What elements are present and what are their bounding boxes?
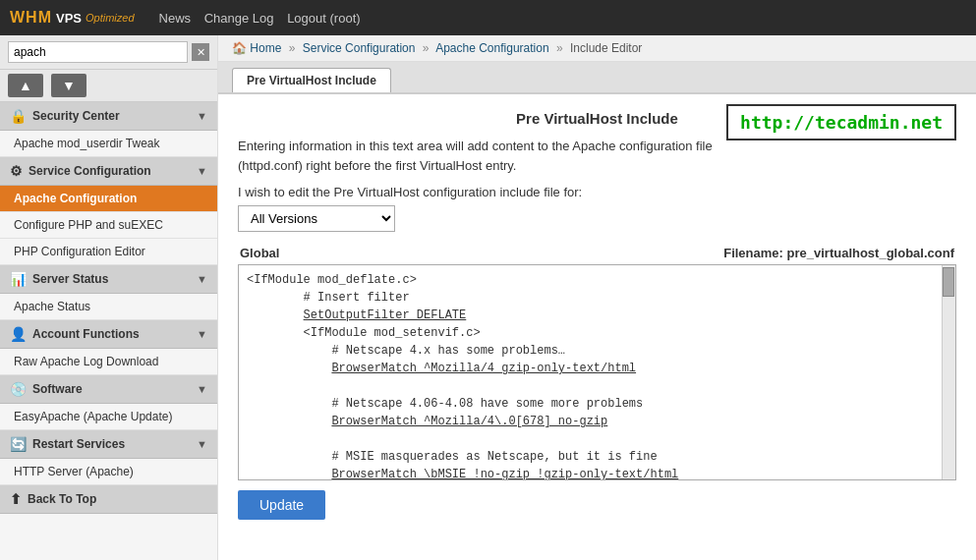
chevron-down-icon: ▼ [197, 110, 207, 122]
sidebar-item-apache-configuration[interactable]: Apache Configuration [0, 186, 217, 212]
search-input[interactable] [8, 41, 188, 63]
nav-changelog[interactable]: Change Log [200, 11, 279, 26]
sidebar-section-restart-services[interactable]: 🔄 Restart Services ▼ [0, 430, 217, 459]
breadcrumb-home-icon: 🏠 [232, 41, 247, 55]
search-clear-button[interactable]: ✕ [192, 43, 209, 61]
watermark-box: http://tecadmin.net [726, 104, 956, 140]
software-label: Software [32, 382, 83, 396]
server-status-label: Server Status [32, 272, 108, 286]
restart-icon: 🔄 [10, 436, 27, 452]
config-global-label: Global [240, 246, 279, 260]
restart-services-label: Restart Services [32, 437, 125, 451]
sidebar-section-server-status[interactable]: 📊 Server Status ▼ [0, 265, 217, 294]
service-configuration-label: Service Configuration [29, 164, 151, 178]
nav-arrows: ▲ ▼ [0, 70, 217, 102]
sidebar-section-software[interactable]: 💿 Software ▼ [0, 375, 217, 404]
software-icon: 💿 [10, 381, 27, 397]
topbar-nav: News Change Log Logout (root) [154, 11, 366, 26]
logo-vps: VPS [56, 11, 82, 26]
breadcrumb: 🏠 Home » Service Configuration » Apache … [218, 35, 976, 62]
user-icon: 👤 [10, 326, 27, 342]
logo: WHM VPS Optimized [10, 9, 135, 27]
update-button[interactable]: Update [238, 490, 325, 520]
config-table-header: Global Filename: pre_virtualhost_global.… [238, 246, 956, 260]
scrollbar-thumb[interactable] [943, 267, 954, 297]
main-layout: ✕ ▲ ▼ 🔒 Security Center ▼ Apache mod_use… [0, 35, 976, 560]
watermark-url: http://tecadmin.net [740, 112, 943, 133]
sidebar-section-service-configuration[interactable]: ⚙ Service Configuration ▼ [0, 157, 217, 186]
sidebar-item-apache-status[interactable]: Apache Status [0, 294, 217, 320]
chevron-down-icon-3: ▼ [197, 273, 207, 285]
lock-icon: 🔒 [10, 108, 27, 124]
code-content: <IfModule mod_deflate.c> # Insert filter… [239, 265, 955, 479]
filename-label: Filename [723, 246, 778, 260]
filename-value: pre_virtualhost_global.conf [787, 246, 954, 260]
content-inner: http://tecadmin.net Pre VirtualHost Incl… [218, 94, 976, 535]
sidebar-item-configure-php[interactable]: Configure PHP and suEXEC [0, 212, 217, 239]
nav-down-button[interactable]: ▼ [51, 74, 86, 97]
tab-pre-virtualhost[interactable]: Pre VirtualHost Include [232, 68, 391, 92]
logo-optimized: Optimized [86, 12, 135, 24]
sidebar-section-account-functions[interactable]: 👤 Account Functions ▼ [0, 320, 217, 349]
chevron-down-icon-6: ▼ [197, 438, 207, 450]
nav-logout[interactable]: Logout (root) [282, 11, 365, 26]
config-filename: Filename: pre_virtualhost_global.conf [723, 246, 954, 260]
breadcrumb-apache-config-link[interactable]: Apache Configuration [435, 41, 548, 55]
security-center-label: Security Center [32, 109, 120, 123]
chart-icon: 📊 [10, 271, 27, 287]
topbar: WHM VPS Optimized News Change Log Logout… [0, 0, 976, 35]
breadcrumb-sep-3: » [556, 41, 563, 55]
chevron-down-icon-4: ▼ [197, 328, 207, 340]
content-area: 🏠 Home » Service Configuration » Apache … [218, 35, 976, 560]
breadcrumb-sep-1: » [289, 41, 296, 55]
chevron-down-icon-5: ▼ [197, 383, 207, 395]
nav-up-button[interactable]: ▲ [8, 74, 43, 97]
sidebar-item-http-server[interactable]: HTTP Server (Apache) [0, 459, 217, 485]
sidebar-item-apache-mod-userdir[interactable]: Apache mod_userdir Tweak [0, 131, 217, 157]
sidebar-item-raw-apache-log[interactable]: Raw Apache Log Download [0, 349, 217, 375]
up-arrow-icon: ⬆ [10, 491, 22, 507]
description: Entering information in this text area w… [238, 137, 956, 175]
code-editor[interactable]: <IfModule mod_deflate.c> # Insert filter… [239, 265, 955, 479]
sidebar-item-php-config-editor[interactable]: PHP Configuration Editor [0, 239, 217, 265]
version-select[interactable]: All Versions Apache 2.2 Apache 2.4 [238, 205, 395, 232]
breadcrumb-sep-2: » [423, 41, 430, 55]
nav-news[interactable]: News [154, 11, 197, 26]
back-to-top-label: Back To Top [28, 492, 96, 506]
code-editor-wrapper: <IfModule mod_deflate.c> # Insert filter… [238, 264, 956, 480]
breadcrumb-home-link[interactable]: Home [250, 41, 281, 55]
sidebar-item-easyapache[interactable]: EasyApache (Apache Update) [0, 404, 217, 430]
breadcrumb-include-editor: Include Editor [570, 41, 642, 55]
sidebar-back-to-top[interactable]: ⬆ Back To Top [0, 485, 217, 514]
search-box: ✕ [0, 35, 217, 70]
tabs-bar: Pre VirtualHost Include [218, 62, 976, 94]
gear-icon: ⚙ [10, 163, 23, 179]
account-functions-label: Account Functions [32, 327, 140, 341]
chevron-down-icon-2: ▼ [197, 165, 207, 177]
sidebar: ✕ ▲ ▼ 🔒 Security Center ▼ Apache mod_use… [0, 35, 218, 560]
logo-whm: WHM [10, 9, 52, 27]
scrollbar-track[interactable] [942, 265, 955, 479]
form-label: I wish to edit the Pre VirtualHost confi… [238, 185, 956, 199]
sidebar-section-security-center[interactable]: 🔒 Security Center ▼ [0, 102, 217, 131]
breadcrumb-service-config-link[interactable]: Service Configuration [303, 41, 416, 55]
